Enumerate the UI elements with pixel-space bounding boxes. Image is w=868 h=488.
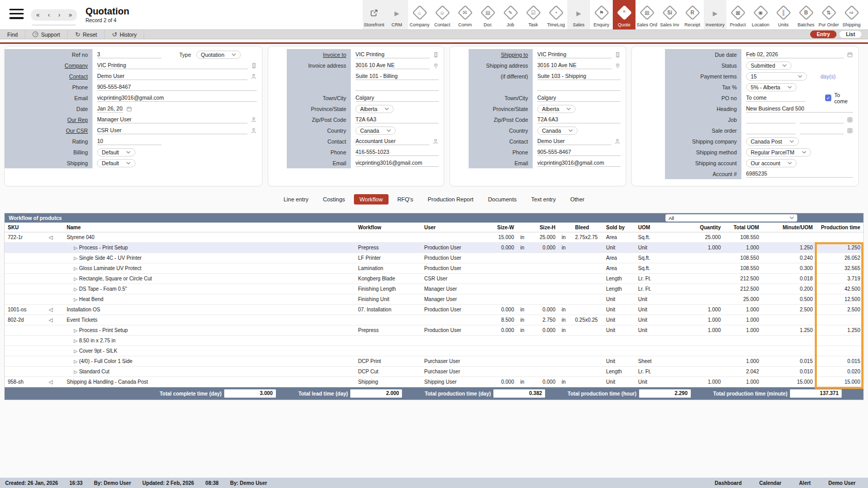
grid-icon[interactable] xyxy=(847,117,853,123)
map-pin-icon[interactable] xyxy=(615,62,621,69)
collapse-icon[interactable]: ◁ xyxy=(38,317,64,323)
total-value-field[interactable]: 2.000 xyxy=(350,389,402,398)
toolbar-item-batches[interactable]: BBatches xyxy=(795,0,817,29)
contact-input[interactable]: Accountant User xyxy=(355,137,429,145)
sale-order-input-2[interactable] xyxy=(800,127,844,134)
tab-other[interactable]: Other xyxy=(565,194,591,204)
find-menu-item[interactable]: Find xyxy=(0,30,25,39)
billing-select[interactable]: Default xyxy=(97,148,135,156)
shipping-method-select[interactable]: Regular ParcelTM xyxy=(746,148,811,156)
total-value-field[interactable]: 137.371 xyxy=(790,389,842,398)
person-icon[interactable] xyxy=(251,117,257,123)
heading-input[interactable]: New Business Card 500 xyxy=(746,105,853,113)
tab-rfq-s[interactable]: RFQ's xyxy=(392,194,419,204)
invoice-address-input[interactable]: 3016 10 Ave NE xyxy=(355,61,430,69)
phone-input[interactable]: 905-555-8467 xyxy=(537,148,621,156)
statusbar-link-demo-user[interactable]: Demo User xyxy=(828,480,856,486)
shipping-to-input[interactable]: VIC Printing xyxy=(537,51,612,58)
building-icon[interactable] xyxy=(433,52,439,58)
calendar-icon[interactable] xyxy=(126,106,132,112)
toolbar-item-timelog[interactable]: ◔TimeLog xyxy=(545,0,567,29)
toolbar-item-contact[interactable]: ☺Contact xyxy=(431,0,454,29)
table-row-blank[interactable]: ▷Process - Print SetupPrepressProduction… xyxy=(5,243,863,253)
toolbar-item-company[interactable]: ⌂Company xyxy=(408,0,431,29)
invoice-to-label[interactable]: Invoice to xyxy=(323,52,346,58)
table-row-blank[interactable]: ▷Cover 9pt - SILK xyxy=(5,346,863,356)
toolbar-item-sales[interactable]: ▶Sales xyxy=(567,0,590,29)
table-row-blank[interactable]: ▷(4/0) - Full Color 1 SideDCP PrintPurch… xyxy=(5,356,863,367)
table-row-blank[interactable]: ▷Gloss Laminate UV ProtectLaminationProd… xyxy=(5,263,863,274)
next-record-button[interactable]: › xyxy=(58,11,60,19)
rating-input[interactable]: 10 xyxy=(97,137,162,145)
toolbar-item-comm[interactable]: ✉Comm xyxy=(454,0,476,29)
toolbar-item-job[interactable]: ✎Job xyxy=(499,0,522,29)
job-input-1[interactable] xyxy=(746,116,796,123)
grid-icon[interactable] xyxy=(847,128,853,134)
tax-select[interactable]: 5% - Alberta xyxy=(746,83,797,91)
toolbar-item-product[interactable]: ▦Product xyxy=(726,0,749,29)
tab-line-entry[interactable]: Line entry xyxy=(278,194,314,204)
tab-documents[interactable]: Documents xyxy=(482,194,522,204)
to-come-checkbox[interactable]: ✓To come xyxy=(825,92,853,104)
shipping-address-input[interactable]: 3016 10 Ave NE xyxy=(537,61,612,69)
province-state-select[interactable]: Alberta xyxy=(355,105,394,113)
history-menu-item[interactable]: ↺ History xyxy=(105,30,145,39)
country-select[interactable]: Canada xyxy=(537,127,578,135)
table-row-blank[interactable]: ▷Standard CutDCP CutPurchaser UserLength… xyxy=(5,367,863,377)
tab-production-report[interactable]: Production Report xyxy=(422,194,479,204)
expand-icon[interactable]: ▷ xyxy=(74,297,78,302)
ref-no-input[interactable]: 3 xyxy=(97,51,162,58)
expand-icon[interactable]: ▷ xyxy=(74,276,78,281)
person-icon[interactable] xyxy=(251,128,257,134)
province-state-select[interactable]: Alberta xyxy=(537,105,576,113)
po-no-input[interactable]: To come xyxy=(746,94,805,102)
building-icon[interactable] xyxy=(251,62,257,69)
table-row-blank[interactable]: ▷Rectangle, Square or Circle CutKongberg… xyxy=(5,274,863,284)
table-row-blank[interactable]: ▷8.50 in x 2.75 in xyxy=(5,336,863,346)
shipping-select[interactable]: Default xyxy=(97,159,135,167)
shipping-company-select[interactable]: Canada Post xyxy=(746,137,799,146)
zip-post-code-input[interactable]: T2A 6A3 xyxy=(537,116,621,123)
collapse-icon[interactable]: ◁ xyxy=(38,379,64,385)
job-input-2[interactable] xyxy=(800,116,844,123)
toolbar-item-shipping[interactable]: ⇨Shipping xyxy=(840,0,863,29)
our-rep-label[interactable]: Our Rep xyxy=(67,117,88,123)
toolbar-item-location[interactable]: ◉Location xyxy=(749,0,772,29)
table-row-blank[interactable]: ▷Heat BendFinishing UnitManager UserUnit… xyxy=(5,294,863,305)
person-icon[interactable] xyxy=(251,73,257,80)
account-input[interactable]: 6985235 xyxy=(746,170,853,178)
invoice-to-input[interactable]: VIC Printing xyxy=(355,51,430,58)
phone-input[interactable]: 905-555-8467 xyxy=(97,83,257,91)
town-city-input[interactable]: Calgary xyxy=(355,94,439,102)
due-date-input[interactable]: Feb 02, 2026 xyxy=(746,51,844,58)
contact-input[interactable]: Demo User xyxy=(97,72,247,80)
blank-input[interactable] xyxy=(355,83,439,91)
building-icon[interactable] xyxy=(615,52,621,58)
tab-text-entry[interactable]: Text entry xyxy=(525,194,562,204)
toolbar-item-sales-ord[interactable]: ▧Sales Ord xyxy=(636,0,658,29)
table-row-blank[interactable]: ▷DS Tape - Foam 0.5"Finishing LengthMana… xyxy=(5,284,863,294)
expand-icon[interactable]: ▷ xyxy=(74,359,78,364)
expand-icon[interactable]: ▷ xyxy=(74,266,78,271)
expand-icon[interactable]: ▷ xyxy=(74,287,78,292)
table-row-1001-os[interactable]: 1001-os◁Installation OS07. InstallationP… xyxy=(5,305,863,315)
statusbar-link-alert[interactable]: Alert xyxy=(799,480,811,486)
menu-icon[interactable] xyxy=(9,9,24,19)
reset-menu-item[interactable]: ↻ Reset xyxy=(68,30,105,39)
expand-icon[interactable]: ▷ xyxy=(74,245,78,250)
email-input[interactable]: vicprinting3016@gmail.com xyxy=(355,159,439,167)
person-icon[interactable] xyxy=(432,138,439,145)
workflow-filter-select[interactable]: All xyxy=(665,214,797,222)
table-row-blank[interactable]: ▷Single Side 4C - UV PrinterLF PrinterPr… xyxy=(5,253,863,263)
company-input[interactable]: VIC Printing xyxy=(97,61,248,69)
blank-input[interactable] xyxy=(537,83,621,91)
total-value-field[interactable]: 2.290 xyxy=(639,389,691,398)
collapse-icon[interactable]: ◁ xyxy=(38,234,64,240)
toolbar-item-crm[interactable]: ▶CRM xyxy=(385,0,408,29)
map-pin-icon[interactable] xyxy=(433,62,439,69)
list-view-tab[interactable]: List xyxy=(839,30,862,38)
our-rep-input[interactable]: Manager User xyxy=(97,116,247,123)
phone-input[interactable]: 416-555-1023 xyxy=(355,148,439,156)
town-city-input[interactable]: Calgary xyxy=(537,94,621,102)
calendar-icon[interactable] xyxy=(847,52,853,58)
